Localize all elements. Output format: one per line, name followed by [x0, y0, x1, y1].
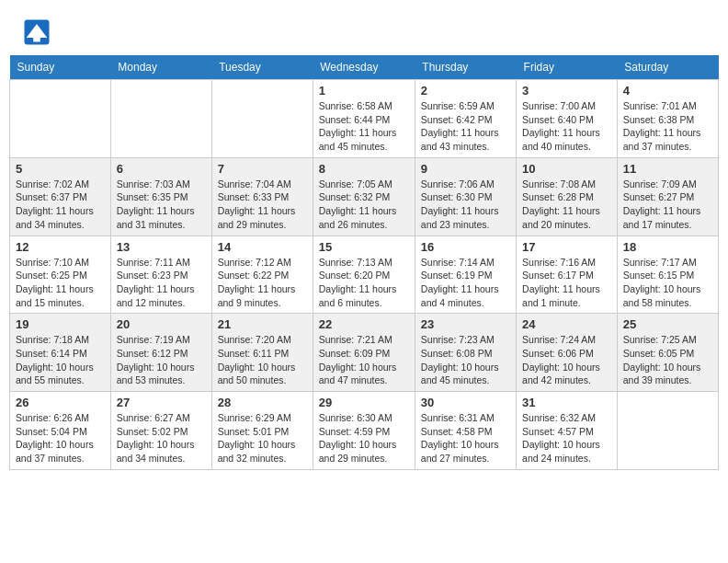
calendar-day-cell: 23Sunrise: 7:23 AM Sunset: 6:08 PM Dayli… — [415, 314, 516, 392]
calendar-day-cell: 28Sunrise: 6:29 AM Sunset: 5:01 PM Dayli… — [211, 392, 313, 470]
day-info: Sunrise: 7:09 AM Sunset: 6:27 PM Dayligh… — [623, 178, 712, 232]
day-number: 9 — [421, 162, 510, 176]
calendar-day-cell: 31Sunrise: 6:32 AM Sunset: 4:57 PM Dayli… — [517, 392, 618, 470]
calendar-day-cell: 24Sunrise: 7:24 AM Sunset: 6:06 PM Dayli… — [517, 314, 618, 392]
day-number: 2 — [421, 84, 510, 98]
day-info: Sunrise: 6:26 AM Sunset: 5:04 PM Dayligh… — [16, 411, 105, 465]
calendar-day-cell: 16Sunrise: 7:14 AM Sunset: 6:19 PM Dayli… — [415, 236, 516, 314]
calendar-day-cell: 30Sunrise: 6:31 AM Sunset: 4:58 PM Dayli… — [415, 392, 516, 470]
calendar-week-row: 5Sunrise: 7:02 AM Sunset: 6:37 PM Daylig… — [10, 157, 719, 236]
day-info: Sunrise: 7:01 AM Sunset: 6:38 PM Dayligh… — [623, 99, 712, 154]
day-info: Sunrise: 7:10 AM Sunset: 6:25 PM Dayligh… — [16, 256, 105, 310]
day-number: 17 — [522, 240, 611, 254]
day-info: Sunrise: 7:13 AM Sunset: 6:20 PM Dayligh… — [319, 256, 409, 310]
day-info: Sunrise: 6:31 AM Sunset: 4:58 PM Dayligh… — [421, 411, 510, 465]
day-info: Sunrise: 6:32 AM Sunset: 4:57 PM Dayligh… — [522, 411, 611, 465]
calendar-day-cell: 18Sunrise: 7:17 AM Sunset: 6:15 PM Dayli… — [617, 236, 718, 314]
calendar-day-cell: 25Sunrise: 7:25 AM Sunset: 6:05 PM Dayli… — [617, 314, 718, 392]
day-info: Sunrise: 6:58 AM Sunset: 6:44 PM Dayligh… — [319, 99, 409, 154]
calendar-week-row: 12Sunrise: 7:10 AM Sunset: 6:25 PM Dayli… — [10, 236, 719, 314]
day-number: 16 — [421, 240, 510, 254]
calendar-day-cell: 19Sunrise: 7:18 AM Sunset: 6:14 PM Dayli… — [10, 314, 111, 392]
day-number: 30 — [421, 396, 510, 409]
day-number: 13 — [117, 240, 206, 254]
day-info: Sunrise: 7:25 AM Sunset: 6:05 PM Dayligh… — [623, 333, 712, 387]
day-info: Sunrise: 7:06 AM Sunset: 6:30 PM Dayligh… — [421, 178, 510, 232]
day-of-week-header: Wednesday — [313, 55, 415, 80]
calendar-week-row: 1Sunrise: 6:58 AM Sunset: 6:44 PM Daylig… — [10, 80, 719, 158]
calendar-day-cell: 9Sunrise: 7:06 AM Sunset: 6:30 PM Daylig… — [415, 157, 516, 236]
day-info: Sunrise: 7:18 AM Sunset: 6:14 PM Dayligh… — [16, 333, 105, 387]
day-number: 4 — [623, 84, 712, 98]
day-number: 12 — [16, 240, 105, 254]
calendar-day-cell: 29Sunrise: 6:30 AM Sunset: 4:59 PM Dayli… — [313, 392, 415, 470]
calendar-day-cell: 2Sunrise: 6:59 AM Sunset: 6:42 PM Daylig… — [415, 80, 516, 158]
page-header — [9, 9, 719, 51]
day-number: 14 — [218, 240, 307, 254]
day-info: Sunrise: 7:21 AM Sunset: 6:09 PM Dayligh… — [319, 333, 409, 387]
calendar-day-cell: 22Sunrise: 7:21 AM Sunset: 6:09 PM Dayli… — [313, 314, 415, 392]
calendar-day-cell: 13Sunrise: 7:11 AM Sunset: 6:23 PM Dayli… — [110, 236, 211, 314]
day-info: Sunrise: 7:23 AM Sunset: 6:08 PM Dayligh… — [421, 333, 510, 387]
calendar-day-cell: 8Sunrise: 7:05 AM Sunset: 6:32 PM Daylig… — [313, 157, 415, 236]
svg-rect-2 — [33, 34, 40, 42]
day-number: 24 — [522, 317, 611, 331]
day-number: 19 — [16, 317, 105, 331]
calendar-day-cell — [110, 80, 211, 158]
day-info: Sunrise: 6:30 AM Sunset: 4:59 PM Dayligh… — [319, 411, 409, 465]
day-number: 5 — [16, 162, 105, 176]
day-info: Sunrise: 7:12 AM Sunset: 6:22 PM Dayligh… — [218, 256, 307, 310]
day-of-week-header: Friday — [517, 55, 618, 80]
calendar-day-cell: 3Sunrise: 7:00 AM Sunset: 6:40 PM Daylig… — [517, 80, 618, 158]
logo — [23, 18, 52, 46]
calendar-table: SundayMondayTuesdayWednesdayThursdayFrid… — [9, 55, 719, 470]
calendar-day-cell: 21Sunrise: 7:20 AM Sunset: 6:11 PM Dayli… — [211, 314, 313, 392]
day-number: 28 — [218, 396, 307, 409]
calendar-week-row: 26Sunrise: 6:26 AM Sunset: 5:04 PM Dayli… — [10, 392, 719, 470]
day-info: Sunrise: 7:24 AM Sunset: 6:06 PM Dayligh… — [522, 333, 611, 387]
day-number: 27 — [117, 396, 206, 409]
calendar-day-cell: 26Sunrise: 6:26 AM Sunset: 5:04 PM Dayli… — [10, 392, 111, 470]
day-info: Sunrise: 7:14 AM Sunset: 6:19 PM Dayligh… — [421, 256, 510, 310]
calendar-day-cell: 15Sunrise: 7:13 AM Sunset: 6:20 PM Dayli… — [313, 236, 415, 314]
calendar-day-cell: 12Sunrise: 7:10 AM Sunset: 6:25 PM Dayli… — [10, 236, 111, 314]
day-of-week-header: Thursday — [415, 55, 516, 80]
day-number: 3 — [522, 84, 611, 98]
day-number: 21 — [218, 317, 307, 331]
calendar-day-cell: 11Sunrise: 7:09 AM Sunset: 6:27 PM Dayli… — [617, 157, 718, 236]
day-of-week-header: Saturday — [617, 55, 718, 80]
day-number: 7 — [218, 162, 307, 176]
day-number: 18 — [623, 240, 712, 254]
calendar-day-cell: 5Sunrise: 7:02 AM Sunset: 6:37 PM Daylig… — [10, 157, 111, 236]
calendar-day-cell: 6Sunrise: 7:03 AM Sunset: 6:35 PM Daylig… — [110, 157, 211, 236]
day-number: 29 — [319, 396, 409, 409]
day-info: Sunrise: 7:17 AM Sunset: 6:15 PM Dayligh… — [623, 256, 712, 310]
calendar-day-cell — [211, 80, 313, 158]
logo-icon — [23, 18, 51, 46]
day-number: 15 — [319, 240, 409, 254]
day-number: 22 — [319, 317, 409, 331]
day-info: Sunrise: 7:16 AM Sunset: 6:17 PM Dayligh… — [522, 256, 611, 310]
day-info: Sunrise: 7:08 AM Sunset: 6:28 PM Dayligh… — [522, 178, 611, 232]
calendar-day-cell: 1Sunrise: 6:58 AM Sunset: 6:44 PM Daylig… — [313, 80, 415, 158]
day-info: Sunrise: 7:20 AM Sunset: 6:11 PM Dayligh… — [218, 333, 307, 387]
calendar-day-cell — [10, 80, 111, 158]
day-number: 11 — [623, 162, 712, 176]
day-number: 31 — [522, 396, 611, 409]
calendar-day-cell: 4Sunrise: 7:01 AM Sunset: 6:38 PM Daylig… — [617, 80, 718, 158]
calendar-day-cell: 7Sunrise: 7:04 AM Sunset: 6:33 PM Daylig… — [211, 157, 313, 236]
day-number: 10 — [522, 162, 611, 176]
day-info: Sunrise: 7:04 AM Sunset: 6:33 PM Dayligh… — [218, 178, 307, 232]
day-info: Sunrise: 6:29 AM Sunset: 5:01 PM Dayligh… — [218, 411, 307, 465]
day-of-week-header: Tuesday — [211, 55, 313, 80]
day-info: Sunrise: 7:03 AM Sunset: 6:35 PM Dayligh… — [117, 178, 206, 232]
calendar-day-cell: 27Sunrise: 6:27 AM Sunset: 5:02 PM Dayli… — [110, 392, 211, 470]
day-info: Sunrise: 7:00 AM Sunset: 6:40 PM Dayligh… — [522, 99, 611, 154]
calendar-week-row: 19Sunrise: 7:18 AM Sunset: 6:14 PM Dayli… — [10, 314, 719, 392]
day-number: 23 — [421, 317, 510, 331]
calendar-day-cell: 10Sunrise: 7:08 AM Sunset: 6:28 PM Dayli… — [517, 157, 618, 236]
day-info: Sunrise: 7:02 AM Sunset: 6:37 PM Dayligh… — [16, 178, 105, 232]
day-info: Sunrise: 7:05 AM Sunset: 6:32 PM Dayligh… — [319, 178, 409, 232]
day-number: 26 — [16, 396, 105, 409]
day-info: Sunrise: 7:19 AM Sunset: 6:12 PM Dayligh… — [117, 333, 206, 387]
